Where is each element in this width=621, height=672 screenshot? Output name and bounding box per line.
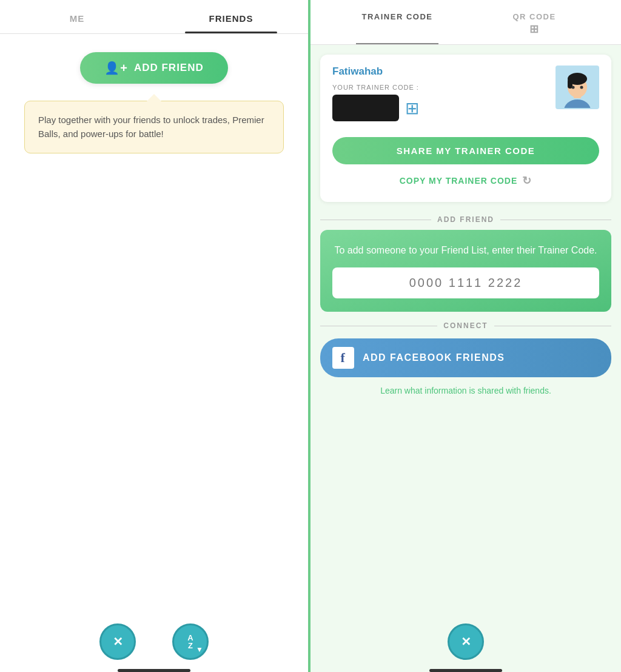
close-button-right[interactable]: ✕ (448, 623, 484, 660)
svg-point-6 (572, 86, 575, 89)
connect-divider-line-right (494, 326, 611, 326)
tab-trainer-code[interactable]: TRAINER CODE (329, 0, 466, 44)
home-indicator-right (429, 669, 502, 672)
connect-section-label: CONNECT (443, 321, 488, 330)
friend-tooltip: Play together with your friends to unloc… (24, 101, 284, 153)
trainer-card-header: Fatiwahab YOUR TRAINER CODE : ⊞ (332, 66, 599, 130)
qr-code-icon: ⊞ (466, 22, 603, 36)
add-friend-label: ADD FRIEND (134, 62, 204, 74)
copy-trainer-code-link[interactable]: COPY MY TRAINER CODE ↻ (332, 170, 599, 191)
share-trainer-code-label: SHARE MY TRAINER CODE (397, 146, 535, 156)
left-content: 👤+ ADD FRIEND Play together with your fr… (0, 34, 308, 672)
add-friend-description: To add someone to your Friend List, ente… (334, 243, 597, 258)
tab-me[interactable]: ME (0, 0, 154, 33)
add-friend-divider: ADD FRIEND (320, 215, 611, 224)
connect-section: CONNECT f ADD FACEBOOK FRIENDS Learn wha… (320, 321, 611, 395)
connect-divider-line-left (320, 326, 437, 326)
qr-code-tab-label: QR CODE (512, 12, 556, 21)
add-friend-section: To add someone to your Friend List, ente… (320, 230, 611, 312)
trainer-username: Fatiwahab (332, 66, 419, 78)
info-shared-link[interactable]: Learn what information is shared with fr… (320, 386, 611, 395)
tab-qr-code[interactable]: QR CODE ⊞ (466, 0, 603, 44)
add-friend-icon: 👤+ (104, 61, 128, 75)
right-tab-bar: TRAINER CODE QR CODE ⊞ (310, 0, 621, 45)
divider-line-left (320, 220, 431, 220)
sort-arrow-icon: ▼ (196, 646, 203, 653)
tooltip-text: Play together with your friends to unloc… (38, 115, 264, 139)
share-trainer-code-button[interactable]: SHARE MY TRAINER CODE (332, 137, 599, 164)
trainer-code-tab-label: TRAINER CODE (362, 12, 433, 21)
left-panel: ME FRIENDS 👤+ ADD FRIEND Play together w… (0, 0, 310, 672)
tab-friends[interactable]: FRIENDS (154, 0, 308, 33)
refresh-icon: ↻ (522, 174, 532, 187)
add-facebook-friends-button[interactable]: f ADD FACEBOOK FRIENDS (320, 338, 611, 377)
trainer-avatar (556, 66, 599, 109)
right-panel: TRAINER CODE QR CODE ⊞ Fatiwahab YOUR TR… (310, 0, 621, 672)
trainer-info: Fatiwahab YOUR TRAINER CODE : ⊞ (332, 66, 419, 130)
copy-trainer-code-label: COPY MY TRAINER CODE (400, 176, 518, 186)
facebook-button-label: ADD FACEBOOK FRIENDS (363, 352, 505, 363)
trainer-code-label: YOUR TRAINER CODE : (332, 84, 419, 91)
connect-divider: CONNECT (320, 321, 611, 330)
sort-button[interactable]: A Z ▼ (172, 623, 209, 660)
trainer-code-input[interactable] (332, 267, 599, 298)
add-friend-button[interactable]: 👤+ ADD FRIEND (80, 52, 228, 84)
facebook-logo-icon: f (332, 347, 354, 369)
trainer-code-row: ⊞ (332, 95, 419, 121)
close-icon: ✕ (113, 634, 123, 649)
svg-point-7 (580, 86, 583, 89)
trainer-code-redacted (332, 95, 399, 121)
left-tab-bar: ME FRIENDS (0, 0, 308, 34)
close-icon-right: ✕ (461, 634, 471, 649)
left-bottom-buttons: ✕ A Z ▼ (0, 623, 308, 660)
right-bottom-buttons: ✕ (310, 623, 621, 660)
close-button-left[interactable]: ✕ (99, 623, 136, 660)
home-indicator-left (118, 669, 190, 672)
sort-label-z: Z (188, 642, 193, 650)
add-friend-section-label: ADD FRIEND (437, 215, 494, 224)
qr-grid-icon[interactable]: ⊞ (405, 98, 419, 118)
divider-line-right (500, 220, 611, 220)
trainer-card: Fatiwahab YOUR TRAINER CODE : ⊞ (320, 55, 611, 202)
